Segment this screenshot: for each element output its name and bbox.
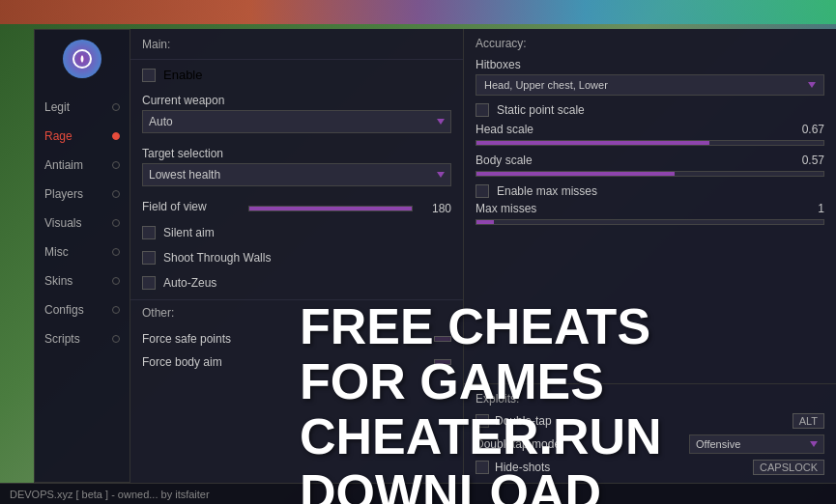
fov-label: Field of view — [142, 200, 248, 213]
sidebar-item-configs[interactable]: Configs — [35, 295, 130, 324]
sidebar-item-antiaim[interactable]: Antiaim — [35, 151, 130, 180]
other-section-label: Other: — [142, 306, 451, 320]
target-selection-label: Target selection — [142, 147, 451, 160]
enable-checkbox[interactable] — [142, 69, 156, 82]
fov-slider[interactable] — [248, 206, 413, 211]
status-text: DEVOPS.xyz [ beta ] - owned... by itsfai… — [10, 489, 210, 500]
enable-max-misses-checkbox[interactable] — [476, 184, 489, 198]
shoot-through-walls-checkbox[interactable] — [142, 251, 156, 265]
silent-aim-row: Silent aim — [130, 220, 463, 245]
enable-row: Enable — [130, 60, 463, 90]
body-scale-value: 0.57 — [802, 154, 824, 167]
sidebar-item-players[interactable]: Players — [35, 180, 130, 209]
sidebar-label-scripts: Scripts — [44, 332, 80, 346]
sidebar-dot-rage — [112, 132, 120, 140]
accuracy-label: Accuracy: — [476, 37, 824, 50]
fov-value: 180 — [422, 202, 451, 215]
other-section: Other: Force safe points Force body aim — [130, 299, 463, 379]
max-misses-track[interactable] — [476, 219, 824, 225]
hide-shots-label-group: Hide-shots — [476, 461, 550, 474]
status-bar: DEVOPS.xyz [ beta ] - owned... by itsfai… — [0, 483, 836, 504]
double-tap-label-group: Double-tap — [476, 414, 552, 428]
doubletap-mode-value: Offensive — [696, 438, 740, 450]
force-body-aim-button[interactable] — [434, 359, 451, 365]
sidebar-label-players: Players — [44, 187, 83, 201]
sidebar-item-skins[interactable]: Skins — [35, 266, 130, 295]
double-tap-key[interactable]: ALT — [793, 413, 824, 429]
static-point-checkbox[interactable] — [476, 103, 489, 117]
force-body-aim-label: Force body aim — [142, 355, 222, 369]
left-panel: Main: Enable Current weapon Auto Target … — [130, 29, 464, 483]
right-panel: Accuracy: Hitboxes Head, Upper chest, Lo… — [464, 29, 836, 483]
hide-shots-row: Hide-shots CAPSLOCK — [476, 460, 824, 475]
double-tap-label: Double-tap — [495, 414, 552, 428]
silent-aim-checkbox[interactable] — [142, 226, 156, 239]
sidebar: Legit Rage Antiaim Players Visuals Misc … — [34, 29, 130, 483]
current-weapon-value: Auto — [149, 115, 173, 128]
sidebar-dot-antiaim — [112, 161, 120, 169]
sidebar-item-legit[interactable]: Legit — [35, 93, 130, 122]
hide-shots-label: Hide-shots — [495, 461, 550, 474]
doubletap-mode-arrow-icon — [810, 441, 818, 447]
sidebar-dot-visuals — [112, 219, 120, 227]
doubletap-mode-dropdown[interactable]: Offensive — [689, 434, 824, 454]
fov-fill — [249, 207, 412, 210]
sidebar-dot-scripts — [112, 335, 120, 343]
content-area: Main: Enable Current weapon Auto Target … — [130, 29, 836, 483]
logo — [63, 40, 101, 78]
hitboxes-display[interactable]: Head, Upper chest, Lower — [476, 74, 824, 96]
current-weapon-dropdown[interactable]: Auto — [142, 110, 451, 133]
head-scale-label: Head scale — [476, 123, 533, 136]
static-point-row: Static point scale — [476, 103, 824, 117]
enable-max-misses-row: Enable max misses — [476, 184, 824, 198]
doubletap-mode-row: Doubletap mode Offensive — [476, 434, 824, 454]
hitboxes-arrow-icon — [808, 82, 816, 88]
force-body-aim-row: Force body aim — [142, 350, 451, 374]
current-weapon-row: Current weapon Auto — [130, 90, 463, 137]
sidebar-item-visuals[interactable]: Visuals — [35, 209, 130, 238]
max-misses-row: Max misses 1 — [476, 202, 824, 215]
sidebar-label-rage: Rage — [44, 129, 72, 143]
sidebar-label-legit: Legit — [44, 100, 70, 114]
auto-zeus-checkbox[interactable] — [142, 276, 156, 290]
fov-track — [248, 206, 413, 211]
head-scale-track[interactable] — [476, 140, 824, 146]
hitboxes-value: Head, Upper chest, Lower — [484, 79, 608, 91]
shoot-through-walls-row: Shoot Through Walls — [130, 245, 463, 270]
current-weapon-label: Current weapon — [142, 94, 451, 107]
sidebar-dot-configs — [112, 306, 120, 314]
sidebar-label-misc: Misc — [44, 245, 69, 259]
target-selection-value: Lowest health — [149, 168, 220, 182]
hide-shots-key[interactable]: CAPSLOCK — [753, 460, 824, 475]
current-weapon-arrow-icon — [437, 119, 445, 125]
force-safe-points-label: Force safe points — [142, 332, 231, 346]
sidebar-label-antiaim: Antiaim — [44, 158, 83, 172]
static-point-label: Static point scale — [497, 103, 585, 117]
sidebar-item-scripts[interactable]: Scripts — [35, 324, 130, 353]
body-scale-track[interactable] — [476, 171, 824, 177]
silent-aim-label: Silent aim — [163, 226, 215, 239]
force-safe-points-row: Force safe points — [142, 327, 451, 350]
double-tap-checkbox[interactable] — [476, 414, 489, 428]
max-misses-fill — [476, 220, 494, 224]
sidebar-label-visuals: Visuals — [44, 216, 81, 230]
max-misses-value: 1 — [818, 202, 824, 215]
head-scale-value: 0.67 — [802, 123, 824, 136]
auto-zeus-row: Auto-Zeus — [130, 270, 463, 295]
sidebar-item-misc[interactable]: Misc — [35, 238, 130, 266]
max-misses-label: Max misses — [476, 202, 536, 215]
hide-shots-checkbox[interactable] — [476, 461, 489, 474]
body-scale-label: Body scale — [476, 154, 533, 167]
head-scale-fill — [476, 141, 709, 145]
auto-zeus-label: Auto-Zeus — [163, 276, 216, 290]
target-selection-dropdown[interactable]: Lowest health — [142, 163, 451, 186]
sidebar-item-rage[interactable]: Rage — [35, 122, 130, 151]
force-safe-points-button[interactable] — [434, 336, 451, 342]
enable-label: Enable — [163, 68, 202, 82]
sidebar-dot-players — [112, 190, 120, 198]
enable-max-misses-label: Enable max misses — [497, 184, 597, 198]
fov-row: Field of view 180 — [130, 196, 463, 220]
exploits-section: Exploits: Double-tap ALT Doubletap mode … — [464, 384, 836, 483]
accuracy-section: Accuracy: Hitboxes Head, Upper chest, Lo… — [464, 29, 836, 384]
body-scale-row: Body scale 0.57 — [476, 154, 824, 167]
